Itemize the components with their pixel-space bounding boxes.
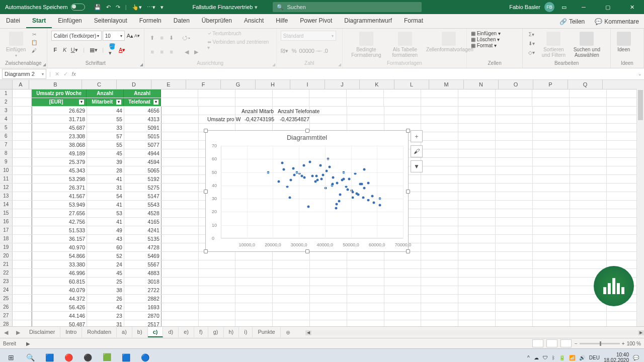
paste-button[interactable]: Einfügen▾ (4, 31, 28, 59)
cell[interactable] (273, 303, 310, 311)
data-point[interactable] (303, 164, 305, 167)
cell[interactable] (533, 260, 570, 268)
cell[interactable] (533, 252, 570, 260)
tab-datei[interactable]: Datei (0, 14, 26, 28)
tab-einfügen[interactable]: Einfügen (52, 14, 88, 28)
tray-bluetooth-icon[interactable]: ᛒ (552, 355, 555, 360)
cell[interactable] (570, 141, 607, 149)
start-button[interactable]: ⊞ (2, 350, 20, 362)
cell[interactable]: 51.533 (32, 226, 87, 234)
cell[interactable]: 53 (87, 209, 124, 217)
cell[interactable] (235, 89, 273, 98)
qat-customize-icon[interactable]: ▾ (160, 4, 164, 11)
cell[interactable]: Anzahl (87, 89, 124, 98)
cell[interactable]: 5567 (124, 260, 162, 268)
cell[interactable]: 44.372 (32, 295, 87, 303)
cell[interactable] (199, 312, 236, 320)
delete-cells-button[interactable]: ▦ Löschen ▾ (471, 37, 500, 42)
cell[interactable]: Mitarbeit▾ (87, 98, 124, 106)
insert-cells-button[interactable]: ▦ Einfügen ▾ (471, 31, 501, 36)
cell[interactable] (533, 295, 570, 303)
cell[interactable] (570, 320, 607, 326)
cell[interactable] (235, 303, 273, 311)
data-point[interactable] (372, 202, 375, 204)
data-point[interactable] (321, 173, 324, 176)
sheet-tab[interactable]: Rohdaten (82, 327, 117, 337)
chart-title[interactable]: Diagrammtitel (206, 131, 408, 144)
cell[interactable] (235, 260, 273, 268)
cell[interactable]: 52 (87, 252, 124, 260)
sheet-tab[interactable]: e) (179, 327, 194, 337)
format-cells-button[interactable]: ▦ Format ▾ (471, 43, 497, 48)
cell[interactable]: Telefonat▾ (124, 98, 161, 106)
tab-start[interactable]: Start (26, 14, 52, 28)
data-point[interactable] (283, 168, 285, 171)
cell[interactable] (458, 286, 496, 294)
tab-power pivot[interactable]: Power Pivot (294, 14, 338, 28)
cell[interactable]: 45 (87, 269, 124, 277)
cell[interactable] (199, 295, 236, 303)
data-point[interactable] (293, 173, 295, 176)
cell[interactable] (162, 243, 199, 251)
cell[interactable] (421, 107, 458, 115)
cell[interactable] (273, 269, 310, 277)
cell[interactable]: 28 (87, 166, 124, 174)
cell[interactable] (533, 184, 570, 192)
cell[interactable] (458, 260, 496, 268)
column-header[interactable]: D (117, 80, 151, 89)
cell[interactable]: 49 (87, 226, 124, 234)
cell[interactable]: 33 (87, 124, 124, 132)
cell[interactable] (421, 98, 458, 106)
data-point[interactable] (332, 176, 335, 179)
data-point[interactable] (336, 182, 339, 184)
row-header[interactable]: 28 (0, 320, 13, 326)
cell[interactable]: 44.146 (32, 312, 87, 320)
column-header[interactable]: B (29, 80, 82, 89)
add-sheet-button[interactable]: ⊕ (281, 329, 295, 336)
indent-increase-icon[interactable]: ▶ (192, 48, 200, 56)
dialog-launcher-icon[interactable]: ◢ (272, 62, 275, 67)
cell[interactable] (162, 312, 199, 320)
share-button[interactable]: 🔗 Teilen (554, 15, 590, 28)
cell[interactable] (496, 175, 533, 183)
zoom-level[interactable]: 100 % (627, 341, 641, 346)
cell[interactable] (347, 295, 384, 303)
cell[interactable] (496, 252, 533, 260)
cell[interactable] (198, 98, 235, 106)
font-name-select[interactable]: Calibri (Textkörper)▾ (51, 31, 102, 41)
cell[interactable]: 55 (87, 115, 124, 123)
row-header[interactable]: 9 (0, 158, 13, 166)
scrollbar-thumb[interactable] (638, 90, 643, 120)
cell[interactable] (273, 252, 310, 260)
row-header[interactable]: 22 (0, 269, 13, 277)
cell[interactable] (533, 115, 570, 123)
cell[interactable] (13, 303, 32, 311)
data-point[interactable] (363, 187, 366, 190)
cell[interactable] (273, 98, 310, 106)
cell[interactable]: 38.068 (32, 141, 87, 149)
sort-filter-button[interactable]: Sortieren und Filtern (538, 31, 569, 59)
sheet-tab[interactable]: d) (163, 327, 179, 337)
cell[interactable] (384, 89, 421, 98)
cell[interactable] (458, 141, 496, 149)
cell[interactable] (310, 320, 347, 326)
cell[interactable] (533, 243, 570, 251)
column-header[interactable]: G (221, 80, 256, 89)
tray-notifications-icon[interactable]: 💬 (633, 355, 639, 360)
cell[interactable] (162, 269, 199, 277)
cell[interactable]: 4656 (124, 107, 162, 115)
cell[interactable] (458, 124, 496, 132)
chart-plot-area[interactable] (221, 146, 403, 238)
cell[interactable] (533, 286, 570, 294)
cell[interactable] (384, 115, 422, 123)
row-header[interactable]: 13 (0, 192, 13, 200)
cell[interactable] (13, 184, 32, 192)
find-select-button[interactable]: Suchen und Auswählen (571, 31, 602, 59)
cell[interactable] (533, 269, 570, 277)
cell[interactable] (199, 107, 236, 115)
cell[interactable] (533, 278, 570, 286)
tab-daten[interactable]: Daten (168, 14, 196, 28)
cell[interactable] (570, 209, 607, 217)
cell[interactable] (458, 192, 496, 200)
cell[interactable] (533, 226, 570, 234)
